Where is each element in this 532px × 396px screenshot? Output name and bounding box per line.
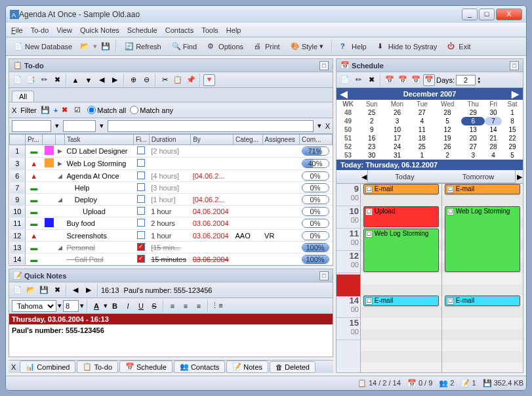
calendar-day[interactable]: 24 [384, 143, 410, 151]
options-button[interactable]: ⚙Options [203, 40, 247, 53]
calendar-day[interactable]: 4 [411, 117, 434, 125]
qn-delete-button[interactable]: ✖ [51, 284, 63, 296]
table-row[interactable]: 14 ▬ Call Paul 15 minutes 03.06.2004 100… [10, 253, 333, 265]
todo-filter-button[interactable]: 🔻 [203, 74, 215, 86]
schedule-event[interactable]: ☐ Upload [363, 206, 439, 227]
filter-field-3[interactable] [108, 120, 314, 132]
calendar-day[interactable]: 13 [461, 125, 485, 134]
hide-systray-button[interactable]: ⬇Hide to Systray [373, 40, 441, 53]
todo-cut-button[interactable]: ✂ [159, 74, 171, 86]
calendar-day[interactable]: 20 [461, 134, 485, 143]
days-input[interactable] [456, 75, 476, 85]
days-spinner[interactable]: ▲▼ [477, 76, 481, 84]
table-row[interactable]: 3 ▲ ▶ Web Log Storming 40% [10, 158, 333, 170]
quicknotes-editor[interactable]: Thursday, 03.06.2004 - 16:13 Paul's numb… [9, 314, 333, 357]
qn-next-button[interactable]: ▶ [83, 284, 94, 296]
calendar-day[interactable]: 25 [359, 108, 384, 117]
qn-collapse-button[interactable]: □ [319, 271, 329, 280]
calendar-day[interactable]: 11 [411, 125, 434, 134]
calendar-day[interactable]: 17 [384, 134, 410, 143]
calendar-day[interactable]: 14 [485, 125, 502, 134]
mini-calendar[interactable]: WKSunMonTueWedThuFriSat48252627282930149… [337, 100, 523, 160]
schedule-event[interactable]: ☐ E-mail [445, 184, 520, 194]
sched-month-button[interactable]: 📅 [423, 74, 435, 86]
calendar-day[interactable]: 3 [384, 117, 410, 125]
calendar-day[interactable]: 26 [434, 143, 461, 151]
panel-collapse-button[interactable]: □ [319, 61, 329, 70]
print-button[interactable]: 🖨Print [250, 40, 284, 53]
qn-new-button[interactable]: 📄 [12, 284, 24, 296]
qn-prev-button[interactable]: ◀ [70, 284, 81, 296]
match-any-radio[interactable]: Match any [130, 106, 173, 114]
table-row[interactable]: 6 ▲ ◢ Agenda At Once [4 hours] [04.06.2.… [10, 170, 333, 182]
cal-prev-button[interactable]: ◀ [340, 89, 348, 99]
filter-save-icon[interactable]: 💾 [41, 106, 50, 115]
btab-deleted[interactable]: 🗑 Deleted [270, 361, 316, 373]
todo-new-button[interactable]: 📄 [12, 74, 24, 86]
qn-fontcolor-button[interactable]: A [91, 300, 102, 312]
qn-strike-button[interactable]: S [148, 300, 160, 312]
schedule-event[interactable]: ☐ Web Log Storming [445, 206, 520, 272]
btab-notes[interactable]: 📝 Notes [226, 361, 268, 373]
calendar-day[interactable]: 1 [502, 108, 523, 117]
todo-table[interactable]: Pr...TaskFi...DurationByCateg...Assignee… [9, 134, 333, 265]
calendar-day[interactable]: 28 [434, 108, 461, 117]
day-column-today[interactable]: ☐ E-mail☐ Upload☐ Web Log Storming☐ E-ma… [360, 184, 441, 372]
todo-expand-button[interactable]: ⊕ [127, 74, 139, 86]
day-nav-prev[interactable]: ◀ [360, 170, 368, 183]
todo-collapse-button[interactable]: ⊖ [140, 74, 152, 86]
filter-row-close[interactable]: X [325, 122, 330, 130]
btab-todo[interactable]: 📋 To-do [77, 361, 118, 373]
calendar-day[interactable]: 15 [502, 125, 523, 134]
filter-toggle-button[interactable]: ☑ [72, 104, 83, 116]
todo-paste-button[interactable]: 📌 [185, 74, 197, 86]
menu-contacts[interactable]: Contacts [165, 26, 194, 34]
calendar-day[interactable]: 9 [359, 125, 384, 134]
sched-collapse-button[interactable]: □ [510, 61, 519, 70]
filter-field-2[interactable] [63, 120, 96, 132]
calendar-day[interactable]: 1 [411, 151, 434, 160]
calendar-day[interactable]: 26 [384, 108, 410, 117]
sched-day-button[interactable]: 📅 [384, 74, 396, 86]
calendar-day[interactable]: 30 [485, 108, 502, 117]
sched-week-button[interactable]: 📅 [397, 74, 409, 86]
todo-new-sub-button[interactable]: 📑 [25, 74, 37, 86]
calendar-day[interactable]: 18 [411, 134, 434, 143]
todo-down-button[interactable]: ▼ [83, 74, 94, 86]
sched-edit-button[interactable]: ✏ [352, 74, 364, 86]
calendar-day[interactable]: 22 [502, 134, 523, 143]
dayhdr-today[interactable]: Today [368, 170, 441, 183]
calendar-day[interactable]: 2 [434, 151, 461, 160]
qn-align-left-button[interactable]: ≡ [167, 300, 178, 312]
table-row[interactable]: 7 ▬ Help [3 hours] 0% [10, 182, 333, 194]
btab-combined[interactable]: 📊 Combined [20, 361, 75, 373]
menu-help[interactable]: Help [226, 26, 241, 34]
filter-remove-button[interactable]: ✖ [62, 106, 68, 114]
refresh-button[interactable]: 🔄Refresh [121, 40, 165, 53]
filter-field-1[interactable] [12, 120, 51, 132]
schedule-event[interactable]: ☐ Web Log Storming [363, 229, 439, 272]
calendar-day[interactable]: 31 [384, 151, 410, 160]
table-row[interactable]: 9 ▬ ◢ Deploy [1 hour] [04.06.2... 0% [10, 194, 333, 206]
calendar-day[interactable]: 27 [411, 108, 434, 117]
calendar-day[interactable]: 25 [411, 143, 434, 151]
todo-delete-button[interactable]: ✖ [51, 74, 63, 86]
calendar-day[interactable]: 5 [434, 117, 461, 125]
schedule-event[interactable]: ☐ E-mail [445, 296, 520, 306]
today-bar[interactable]: Today: Thursday, 06.12.2007 [337, 160, 523, 170]
calendar-day[interactable]: 12 [434, 125, 461, 134]
filter-add-button[interactable]: + [54, 106, 58, 114]
titlebar[interactable]: A Agenda At Once - Sample Old.aao _ □ X [6, 6, 526, 23]
calendar-day[interactable]: 16 [359, 134, 384, 143]
calendar-day[interactable]: 7 [485, 117, 502, 125]
menu-schedule[interactable]: Schedule [127, 26, 157, 34]
table-row[interactable]: 13 ▬ ◢ Personal [15 min... 100% [10, 242, 333, 253]
qn-align-right-button[interactable]: ≡ [193, 300, 205, 312]
calendar-day[interactable]: 29 [502, 143, 523, 151]
save-button[interactable]: 💾 [100, 41, 112, 53]
qn-bullets-button[interactable]: ⋮≡ [211, 300, 223, 312]
sched-delete-button[interactable]: ✖ [365, 74, 377, 86]
schedule-event[interactable]: ☐ E-mail [363, 296, 439, 306]
qn-align-center-button[interactable]: ≡ [180, 300, 192, 312]
calendar-day[interactable]: 27 [461, 143, 485, 151]
